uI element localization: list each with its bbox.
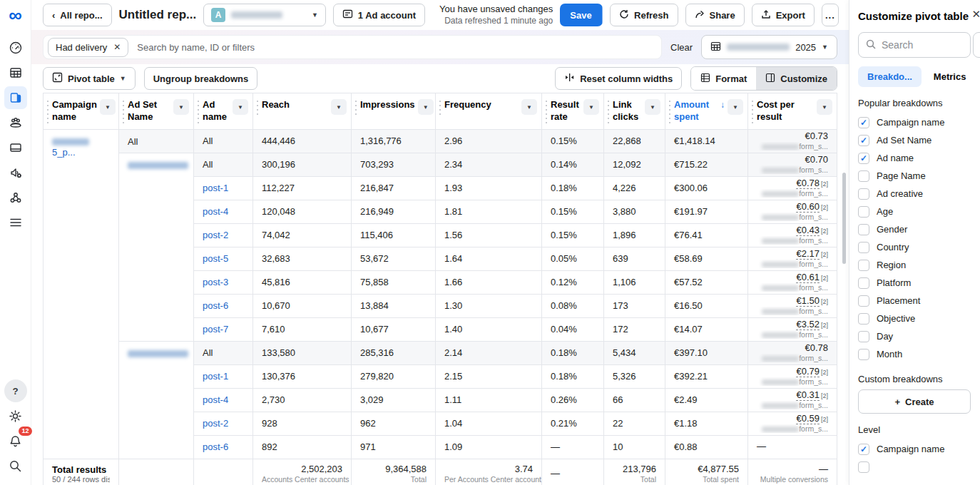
sidebar-item-ads-manager[interactable]	[4, 161, 27, 184]
checkbox-row-ad-set-name[interactable]: ✓Ad Set Name	[858, 131, 980, 149]
checkbox-unchecked[interactable]	[858, 277, 869, 289]
cost-per-result-value[interactable]: €0.43	[796, 225, 820, 236]
sidebar-item-search[interactable]	[4, 454, 27, 477]
reset-column-widths-button[interactable]: Reset column widths	[555, 67, 682, 90]
checkbox-row-age[interactable]: Age	[858, 203, 980, 220]
sidebar-item-assets[interactable]	[4, 186, 27, 209]
column-drag-handle[interactable]	[545, 99, 548, 123]
column-menu-button[interactable]: ▼	[233, 99, 248, 115]
column-header-reach[interactable]: Reach▼	[253, 93, 352, 130]
ad-link[interactable]: post-1	[203, 183, 228, 193]
clear-filters-link[interactable]: Clear	[670, 42, 693, 53]
column-menu-button[interactable]: ▼	[100, 99, 116, 115]
cost-per-result-value[interactable]: €1.50	[796, 295, 820, 307]
column-drag-handle[interactable]	[607, 99, 610, 123]
all-reports-back-button[interactable]: ‹ All repo...	[43, 4, 112, 26]
tab-metrics[interactable]: Metrics	[924, 66, 976, 87]
ad-link[interactable]: post-7	[203, 324, 228, 335]
campaign-link[interactable]: 5_p...	[52, 147, 76, 158]
sidebar-item-help[interactable]: ?	[4, 379, 27, 402]
column-header-amount-spent[interactable]: Amount spent↓▼	[665, 93, 748, 130]
checkbox-unchecked[interactable]	[858, 313, 869, 325]
checkbox-checked[interactable]: ✓	[858, 444, 869, 455]
checkbox-row-page-name[interactable]: Page Name	[858, 167, 980, 185]
view-type-pivot-button[interactable]: Pivot table ▼	[43, 67, 136, 90]
cost-per-result-value[interactable]: €0.61	[796, 272, 820, 283]
sidebar-item-reports[interactable]	[4, 86, 27, 109]
cost-per-result-value[interactable]: €0.59	[796, 413, 820, 424]
ad-link[interactable]: post-4	[203, 394, 228, 405]
cost-per-result-value[interactable]: €2.17	[796, 248, 820, 260]
customize-button[interactable]: Customize	[756, 67, 837, 90]
column-header-campaign-name[interactable]: Campaign name▼	[44, 93, 119, 130]
ad-link[interactable]: post-4	[203, 206, 228, 217]
sidebar-item-overview-gauge[interactable]	[4, 36, 27, 59]
checkbox-row-month[interactable]: Month	[858, 345, 980, 363]
column-menu-button[interactable]: ▼	[583, 99, 599, 115]
sidebar-item-tables[interactable]	[4, 61, 27, 84]
create-custom-breakdown-button[interactable]: + Create	[858, 389, 971, 414]
sidebar-item-notifications[interactable]: 12	[4, 429, 27, 452]
save-button[interactable]: Save	[560, 4, 601, 26]
column-header-impressions[interactable]: Impressions▼	[352, 93, 436, 130]
column-menu-button[interactable]: ▼	[331, 99, 347, 115]
cost-per-result-value[interactable]: €0.60	[796, 201, 820, 213]
checkbox-row-ad-name[interactable]: ✓Ad name	[858, 149, 980, 167]
column-menu-button[interactable]: ▼	[817, 99, 832, 115]
checkbox-row-placement[interactable]: Placement	[858, 292, 980, 310]
column-header-result-rate[interactable]: Result rate▼	[542, 93, 604, 130]
clipped-panel-control[interactable]	[973, 32, 980, 58]
column-header-ad-name[interactable]: Ad name▼	[194, 93, 253, 130]
checkbox-row-ad-creative[interactable]: Ad creative	[858, 185, 980, 203]
column-menu-button[interactable]: ▼	[521, 99, 537, 115]
more-options-button[interactable]: ...	[822, 4, 839, 26]
sidebar-item-settings[interactable]	[4, 404, 27, 427]
column-header-frequency[interactable]: Frequency▼	[436, 93, 542, 130]
cost-per-result-value[interactable]: €0.78	[796, 178, 820, 189]
column-drag-handle[interactable]	[122, 99, 125, 123]
remove-filter-icon[interactable]: ✕	[113, 42, 121, 52]
column-drag-handle[interactable]	[197, 99, 200, 123]
share-button[interactable]: Share	[685, 4, 745, 26]
filters-search-field[interactable]: Had delivery ✕ Search by name, ID or fil…	[43, 35, 662, 59]
ad-link[interactable]: post-6	[203, 300, 228, 311]
checkbox-unchecked[interactable]	[858, 461, 869, 473]
sidebar-item-audiences[interactable]	[4, 111, 27, 134]
column-drag-handle[interactable]	[751, 99, 754, 123]
ad-link[interactable]: post-1	[203, 371, 228, 382]
checkbox-row-gender[interactable]: Gender	[858, 220, 980, 238]
column-drag-handle[interactable]	[256, 99, 259, 118]
column-menu-button[interactable]: ▼	[645, 99, 660, 115]
column-header-link-clicks[interactable]: Link clicks▼	[604, 93, 665, 130]
column-drag-handle[interactable]	[668, 99, 671, 123]
checkbox-checked[interactable]: ✓	[858, 117, 869, 128]
save-options-button[interactable]: ▼	[602, 4, 603, 26]
checkbox-checked[interactable]: ✓	[858, 153, 869, 164]
checkbox-row-region[interactable]: Region	[858, 256, 980, 274]
ad-link[interactable]: post-6	[203, 441, 228, 452]
checkbox-unchecked[interactable]	[858, 242, 869, 253]
checkbox-row-campaign-name[interactable]: ✓Campaign name	[858, 440, 980, 458]
column-menu-button[interactable]: ▼	[728, 99, 743, 115]
checkbox-unchecked[interactable]	[858, 260, 869, 271]
tab-breakdo-[interactable]: Breakdo...	[858, 66, 922, 87]
refresh-button[interactable]: Refresh	[610, 4, 678, 26]
checkbox-checked[interactable]: ✓	[858, 135, 869, 146]
checkbox-unchecked[interactable]	[858, 331, 869, 342]
checkbox-unchecked[interactable]	[858, 206, 869, 218]
column-header-ad-set-name[interactable]: Ad Set Name▼	[119, 93, 194, 130]
checkbox-unchecked[interactable]	[858, 170, 869, 182]
sidebar-item-billing[interactable]	[4, 136, 27, 159]
column-drag-handle[interactable]	[354, 99, 357, 118]
checkbox-unchecked[interactable]	[858, 349, 869, 360]
checkbox-row-clipped[interactable]	[858, 458, 980, 476]
checkbox-row-objective[interactable]: Objective	[858, 310, 980, 327]
account-selector[interactable]: A ▼	[203, 4, 326, 26]
column-drag-handle[interactable]	[46, 99, 49, 123]
checkbox-row-country[interactable]: Country	[858, 238, 980, 256]
export-button[interactable]: Export	[752, 4, 815, 26]
cost-per-result-value[interactable]: €3.52	[796, 319, 820, 330]
checkbox-row-campaign-name[interactable]: ✓Campaign name	[858, 113, 980, 131]
checkbox-unchecked[interactable]	[858, 295, 869, 307]
column-drag-handle[interactable]	[439, 99, 441, 118]
